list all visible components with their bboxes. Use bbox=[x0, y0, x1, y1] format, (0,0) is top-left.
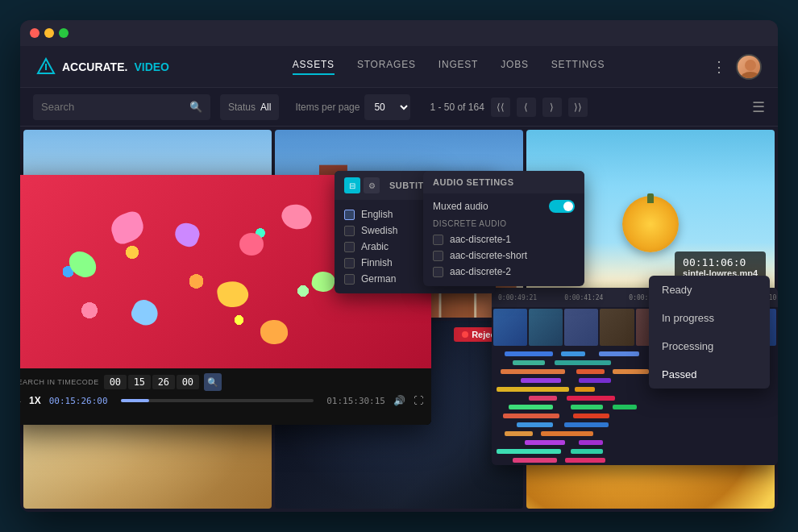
checkbox-english[interactable] bbox=[344, 210, 355, 220]
label-aac2: aac-discrete-short bbox=[450, 250, 527, 261]
label-aac1: aac-discrete-1 bbox=[450, 234, 511, 245]
audio-body: Muxed audio DISCRETE AUDIO aac-discrete-… bbox=[423, 193, 584, 286]
main-window: ACCURATE.VIDEO ASSETS STORAGES INGEST JO… bbox=[20, 20, 778, 512]
tc-boxes: 00 15 26 00 bbox=[104, 375, 199, 389]
tc-hours[interactable]: 00 bbox=[104, 375, 127, 389]
prev-page-button[interactable]: ⟨ bbox=[517, 98, 536, 117]
checkbox-aac1[interactable] bbox=[433, 235, 443, 245]
status-filter-label: Status bbox=[228, 102, 256, 113]
logo-video: VIDEO bbox=[134, 60, 169, 73]
volume-icon[interactable]: 🔊 bbox=[393, 395, 405, 406]
status-filter-value: All bbox=[260, 102, 271, 113]
speed-badge[interactable]: 1X bbox=[29, 395, 41, 406]
pagination: 1 - 50 of 164 ⟨⟨ ⟨ ⟩ ⟩⟩ bbox=[430, 98, 587, 117]
status-filter[interactable]: Status All bbox=[220, 94, 279, 120]
checkbox-aac3[interactable] bbox=[433, 267, 443, 277]
subtitles-icon[interactable]: ⊟ bbox=[344, 177, 360, 193]
user-avatar[interactable] bbox=[736, 54, 762, 80]
list-view-button[interactable]: ☰ bbox=[752, 98, 765, 116]
playback-controls: ▶ 1X 00:15:26:00 01:15:30:15 🔊 ⛶ bbox=[20, 394, 423, 407]
search-icon: 🔍 bbox=[189, 101, 202, 113]
dropdown-item-in-progress[interactable]: In progress bbox=[649, 304, 770, 332]
nav-item-settings[interactable]: SETTINGS bbox=[551, 59, 605, 75]
checkbox-finnish[interactable] bbox=[344, 258, 355, 268]
tc-search-button[interactable]: 🔍 bbox=[204, 373, 222, 391]
audio-aac3: aac-discrete-2 bbox=[433, 264, 575, 280]
progress-bar[interactable] bbox=[121, 399, 314, 402]
search-input[interactable] bbox=[41, 101, 183, 113]
current-time: 00:15:26:00 bbox=[49, 396, 108, 406]
label-english: English bbox=[361, 209, 393, 220]
label-german: German bbox=[361, 273, 396, 285]
audio-title: AUDIO SETTINGS bbox=[423, 171, 584, 193]
more-options-button[interactable]: ⋮ bbox=[712, 58, 726, 76]
audio-aac2: aac-discrete-short bbox=[433, 247, 575, 264]
muxed-label: Muxed audio bbox=[433, 201, 488, 212]
nav-bar: ACCURATE.VIDEO ASSETS STORAGES INGEST JO… bbox=[20, 46, 778, 88]
first-page-button[interactable]: ⟨⟨ bbox=[491, 98, 510, 117]
nav-item-storages[interactable]: STORAGES bbox=[357, 59, 416, 75]
settings-icon[interactable]: ⚙ bbox=[364, 177, 380, 193]
close-button[interactable] bbox=[30, 28, 39, 38]
pagination-text: 1 - 50 of 164 bbox=[430, 102, 484, 113]
end-time: 01:15:30:15 bbox=[326, 396, 385, 406]
dropdown-item-passed[interactable]: Passed bbox=[649, 360, 770, 389]
muxed-audio-row: Muxed audio bbox=[433, 200, 575, 213]
tc-1: 0:00:49:21 bbox=[498, 294, 537, 301]
nav-item-assets[interactable]: ASSETS bbox=[293, 59, 335, 75]
thumb-1 bbox=[493, 309, 527, 346]
progress-fill bbox=[121, 399, 150, 402]
search-bar: 🔍 Status All Items per page 50 25 100 1 … bbox=[20, 88, 778, 127]
minimize-button[interactable] bbox=[44, 28, 54, 38]
checkbox-arabic[interactable] bbox=[344, 242, 355, 252]
audio-aac1: aac-discrete-1 bbox=[433, 231, 575, 247]
items-per-page-select[interactable]: 50 25 100 bbox=[364, 94, 410, 120]
tc-frames[interactable]: 00 bbox=[177, 375, 199, 389]
label-finnish: Finnish bbox=[361, 257, 393, 268]
dropdown-item-processing[interactable]: Processing bbox=[649, 332, 770, 360]
tc-2: 0:00:41:24 bbox=[564, 294, 603, 301]
svg-point-2 bbox=[745, 60, 756, 71]
search-wrap: 🔍 bbox=[33, 94, 210, 120]
traffic-lights bbox=[30, 28, 69, 38]
tc-minutes[interactable]: 15 bbox=[128, 375, 151, 389]
next-page-button[interactable]: ⟩ bbox=[542, 98, 562, 117]
items-per-page-label: Items per page bbox=[295, 102, 360, 113]
timecode-label: SEARCH IN TIMECODE bbox=[20, 378, 99, 386]
nav-links: ASSETS STORAGES INGEST JOBS SETTINGS bbox=[210, 59, 688, 75]
thumb-3 bbox=[564, 309, 598, 346]
play-button[interactable]: ▶ bbox=[20, 394, 21, 407]
logo-accurate: ACCURATE. bbox=[62, 60, 127, 73]
checkbox-german[interactable] bbox=[344, 274, 355, 285]
thumb-4 bbox=[600, 309, 634, 346]
nav-item-ingest[interactable]: INGEST bbox=[438, 59, 478, 75]
logo-icon bbox=[36, 57, 56, 77]
asset-timer: 00:11:06:0 bbox=[683, 256, 758, 268]
nav-right: ⋮ bbox=[712, 54, 762, 80]
label-swedish: Swedish bbox=[361, 225, 397, 236]
discrete-label: DISCRETE AUDIO bbox=[433, 219, 575, 228]
fullscreen-button[interactable]: ⛶ bbox=[414, 395, 423, 406]
maximize-button[interactable] bbox=[59, 28, 69, 38]
content-area: Rejected Passed ▾ Ready In progress Proc… bbox=[20, 127, 778, 512]
label-aac3: aac-discrete-2 bbox=[450, 266, 511, 277]
tc-seconds[interactable]: 26 bbox=[152, 375, 175, 389]
status-dropdown: Ready In progress Processing Passed bbox=[649, 276, 770, 389]
video-controls: SEARCH IN TIMECODE 00 15 26 00 🔍 ▶ 1X 00… bbox=[20, 368, 431, 425]
title-bar bbox=[20, 20, 778, 46]
thumb-2 bbox=[529, 309, 563, 346]
audio-panel: AUDIO SETTINGS Muxed audio DISCRETE AUDI… bbox=[423, 171, 584, 286]
muxed-toggle[interactable] bbox=[549, 200, 575, 213]
nav-item-jobs[interactable]: JOBS bbox=[501, 59, 529, 75]
checkbox-swedish[interactable] bbox=[344, 226, 355, 236]
label-arabic: Arabic bbox=[361, 241, 389, 252]
svg-point-3 bbox=[741, 72, 760, 80]
logo: ACCURATE.VIDEO bbox=[36, 57, 169, 77]
dropdown-item-ready[interactable]: Ready bbox=[649, 276, 770, 304]
toggle-knob bbox=[563, 202, 573, 211]
timecode-search: SEARCH IN TIMECODE 00 15 26 00 🔍 bbox=[20, 373, 423, 391]
items-per-page: Items per page 50 25 100 bbox=[295, 94, 410, 120]
checkbox-aac2[interactable] bbox=[433, 251, 443, 261]
last-page-button[interactable]: ⟩⟩ bbox=[568, 98, 588, 117]
